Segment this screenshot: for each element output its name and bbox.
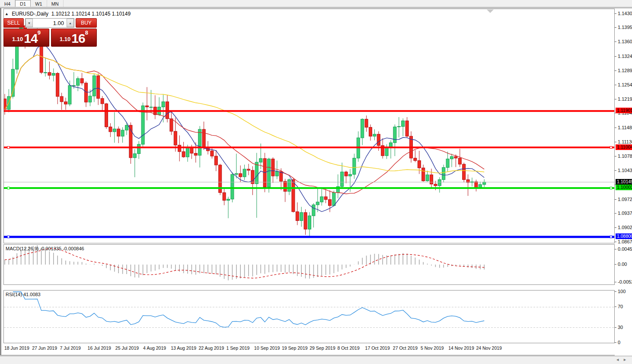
candle-body <box>105 104 108 127</box>
rsi-axis-tick <box>615 307 616 307</box>
candle-body <box>365 119 368 128</box>
candle-body <box>247 169 250 170</box>
candle-body <box>97 76 100 99</box>
candle-body <box>308 216 311 229</box>
rsi-label: RSI(14) <box>6 292 22 297</box>
candle-body <box>385 147 388 156</box>
volume-input[interactable] <box>33 19 67 27</box>
rsi-line <box>13 292 484 327</box>
macd-values: -0.001335 -0.000846 <box>40 246 84 251</box>
sell-price-figure: 1.10 <box>12 34 23 45</box>
price-axis-tick <box>615 56 616 57</box>
level-line-handle[interactable] <box>610 187 612 189</box>
chart-symbol-label: EURUSD-,Daily <box>12 11 48 17</box>
tab-scroll-arrows[interactable]: ◄► <box>616 358 630 362</box>
macd-axis-tick <box>615 249 616 249</box>
candle-body <box>300 213 303 221</box>
candle-body <box>243 169 246 177</box>
level-line-handle[interactable] <box>7 187 10 189</box>
candle-body <box>292 180 295 212</box>
rsi-chart[interactable] <box>4 291 614 343</box>
chart-shift-marker[interactable] <box>487 10 494 13</box>
macd-axis-tick <box>615 264 616 265</box>
price-axis: 1.143001.139501.136001.132401.128901.125… <box>615 8 632 356</box>
moving-average-8 <box>5 45 484 212</box>
volume-increase-button[interactable]: ▲ <box>67 19 74 27</box>
candle-body <box>280 172 283 182</box>
rsi-axis-tick <box>615 327 616 328</box>
level-line-handle[interactable] <box>610 236 612 238</box>
rsi-axis-label: 0 <box>618 340 620 345</box>
price-axis-label: 1.10430 <box>618 168 632 173</box>
candle-body <box>89 96 92 102</box>
candle-body <box>438 180 441 186</box>
macd-indicator-pane[interactable] <box>3 244 615 285</box>
candle-body <box>146 106 149 107</box>
sell-price-point: 9 <box>38 30 41 35</box>
candle-body <box>231 174 234 199</box>
timeframe-button-w1[interactable]: W1 <box>31 0 47 7</box>
candle-body <box>475 182 478 188</box>
candle-body <box>259 159 262 162</box>
tab-scroll-right-icon[interactable]: ► <box>623 358 630 362</box>
date-axis-label: 22 Aug 2019 <box>198 345 224 351</box>
level-line-handle[interactable] <box>610 147 612 149</box>
chart-collapse-icon[interactable]: ▲ <box>5 12 9 16</box>
macd-chart[interactable] <box>4 245 614 284</box>
chart-title: ▲ EURUSD-,Daily 1.10212 1.10214 1.10145 … <box>5 11 131 17</box>
candle-body <box>239 173 242 177</box>
price-axis-tick <box>615 242 616 242</box>
candle-body <box>422 168 425 181</box>
price-axis-label: 1.13240 <box>618 54 632 59</box>
price-axis-label: 1.14300 <box>618 11 632 16</box>
candle-body <box>268 159 271 187</box>
level-price-label: 1.11901 <box>616 108 632 113</box>
date-axis-label: 1 Sep 2019 <box>227 345 250 351</box>
candle-body <box>52 73 55 76</box>
candle-body <box>345 172 348 176</box>
candle-body <box>458 158 461 164</box>
candle-body <box>101 99 104 104</box>
candle-body <box>402 121 405 126</box>
candle-body <box>133 153 136 157</box>
price-axis-tick <box>615 213 616 214</box>
sell-price-button[interactable]: 1.10 14 9 <box>3 29 49 47</box>
price-axis-tick <box>615 27 616 28</box>
candle-body <box>113 129 116 132</box>
timeframe-button-d1[interactable]: D1 <box>15 0 31 7</box>
date-axis-label: 14 Nov 2019 <box>448 345 474 351</box>
candle-body <box>324 197 327 200</box>
candle-body <box>312 205 315 216</box>
candle-body <box>397 127 400 127</box>
candle-body <box>341 172 344 187</box>
macd-label: MACD(12,26,9) <box>6 246 38 251</box>
level-line-handle[interactable] <box>7 147 10 149</box>
candle-body <box>109 127 112 131</box>
buy-button[interactable]: BUY <box>76 18 97 28</box>
candle-body <box>121 130 124 136</box>
chart-tab-bar: ◄► <box>0 356 632 364</box>
date-axis-label: 10 Sep 2019 <box>254 345 280 351</box>
rsi-indicator-pane[interactable] <box>3 290 615 343</box>
volume-decrease-button[interactable]: ▼ <box>26 19 33 27</box>
date-axis-label: 5 Nov 2019 <box>421 345 444 351</box>
rsi-axis-label: 30 <box>618 325 623 330</box>
price-axis-label: 1.11480 <box>618 125 632 131</box>
tab-scroll-left-icon[interactable]: ◄ <box>616 358 623 362</box>
price-axis-tick <box>615 42 616 42</box>
timeframe-button-h4[interactable]: H4 <box>0 0 15 7</box>
price-axis-label: 1.10780 <box>618 153 632 159</box>
candle-body <box>174 131 177 145</box>
buy-price-button[interactable]: 1.10 16 8 <box>51 29 97 47</box>
candle-body <box>223 193 226 201</box>
timeframe-button-mn[interactable]: MN <box>47 0 64 7</box>
rsi-axis-label: 100 <box>618 289 626 294</box>
candle-body <box>275 172 278 176</box>
level-line-handle[interactable] <box>7 236 10 238</box>
date-axis-label: 27 Jun 2019 <box>32 345 57 351</box>
candle-body <box>60 96 63 102</box>
sell-button[interactable]: SELL <box>3 18 24 28</box>
price-axis-label: 1.12540 <box>618 82 632 88</box>
candle-body <box>373 134 376 136</box>
candle-body <box>255 162 258 184</box>
